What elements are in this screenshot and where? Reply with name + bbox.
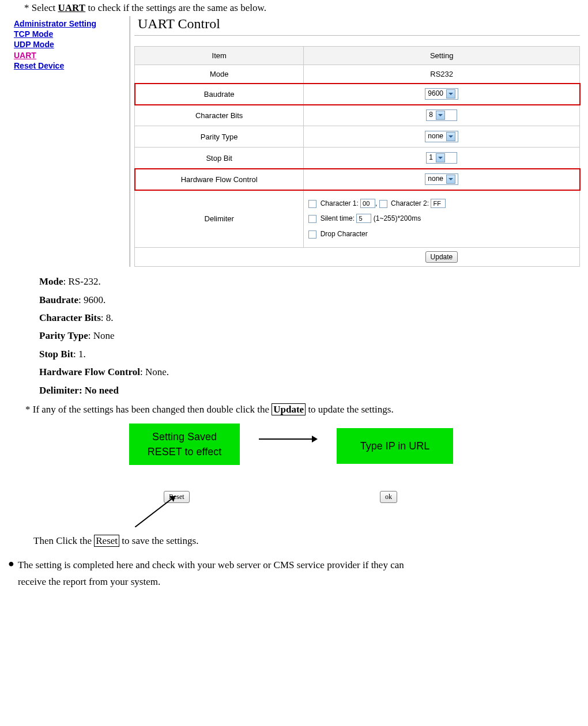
sidebar-item-udp[interactable]: UDP Mode — [14, 39, 129, 50]
config-screenshot: Administrator Setting TCP Mode UDP Mode … — [14, 16, 580, 267]
then-click-reset: Then Click the Reset to save the setting… — [33, 535, 580, 547]
chevron-down-icon — [436, 111, 445, 120]
row-mode-value: RS232 — [304, 65, 580, 84]
row-parity-value: none — [304, 126, 580, 148]
char2-checkbox[interactable] — [379, 200, 387, 208]
th-setting: Setting — [304, 47, 580, 65]
stopbit-select[interactable]: 1 — [426, 152, 457, 164]
arrow-right-icon — [259, 438, 316, 440]
chevron-down-icon — [446, 132, 455, 141]
svg-marker-1 — [169, 496, 175, 502]
row-mode-label: Mode — [135, 65, 304, 84]
baudrate-select[interactable]: 9600 — [425, 88, 458, 100]
drop-checkbox[interactable] — [308, 230, 316, 239]
reset-flow-diagram: Setting SavedRESET to effect Type IP in … — [106, 423, 580, 533]
row-stopbit-label: Stop Bit — [135, 148, 304, 169]
char2-input[interactable]: FF — [431, 199, 446, 208]
chevron-down-icon — [446, 175, 455, 184]
spec-list: Mode: RS-232. Baudrate: 9600. Character … — [39, 273, 580, 399]
char1-checkbox[interactable] — [308, 200, 316, 208]
closing-note: ● The setting is completed here and chec… — [8, 557, 580, 591]
type-ip-box: Type IP in URL — [337, 428, 453, 464]
update-button[interactable]: Update — [425, 251, 458, 263]
instruction-select-uart: * Select UART to check if the settings a… — [24, 2, 580, 14]
sidebar-item-uart[interactable]: UART — [14, 50, 129, 60]
sidebar-item-tcp[interactable]: TCP Mode — [14, 29, 129, 39]
th-item: Item — [135, 47, 304, 65]
row-charbits-value: 8 — [304, 105, 580, 126]
charbits-select[interactable]: 8 — [426, 109, 457, 121]
row-hwflow-label: Hardware Flow Control — [135, 169, 304, 190]
divider — [134, 35, 580, 36]
chevron-down-icon — [446, 89, 455, 99]
row-parity-label: Parity Type — [135, 126, 304, 148]
sidebar-item-reset[interactable]: Reset Device — [14, 60, 129, 71]
ok-button[interactable]: ok — [380, 491, 397, 503]
row-charbits-label: Character Bits — [135, 105, 304, 126]
row-hwflow-value: none — [304, 169, 580, 190]
row-baudrate-label: Baudrate — [135, 84, 304, 105]
reset-boxed: Reset — [94, 535, 119, 547]
row-baudrate-value: 9600 — [304, 84, 580, 105]
silent-checkbox[interactable] — [308, 215, 316, 223]
silent-input[interactable]: 5 — [356, 214, 371, 223]
uart-keyword: UART — [58, 2, 86, 13]
setting-saved-box: Setting SavedRESET to effect — [129, 423, 240, 465]
update-boxed: Update — [272, 403, 306, 415]
svg-line-0 — [135, 496, 175, 527]
hwflow-select[interactable]: none — [425, 173, 458, 185]
uart-settings-table: Item Setting Mode RS232 Baudrate 9600 Ch… — [134, 46, 580, 267]
row-delimiter-value: Character 1: 00, Character 2: FF Silent … — [304, 190, 580, 248]
row-stopbit-value: 1 — [304, 148, 580, 169]
pane-title: UART Control — [138, 16, 580, 32]
parity-select[interactable]: none — [425, 131, 458, 142]
uart-control-pane: UART Control Item Setting Mode RS232 Bau… — [134, 16, 580, 267]
sidebar-nav: Administrator Setting TCP Mode UDP Mode … — [14, 16, 129, 267]
chevron-down-icon — [436, 153, 445, 162]
sidebar-item-admin[interactable]: Administrator Setting — [14, 18, 129, 29]
vertical-divider — [129, 16, 131, 267]
arrow-to-reset-icon — [135, 493, 187, 527]
row-delimiter-label: Delimiter — [135, 190, 304, 248]
bullet-icon: ● — [8, 557, 14, 591]
char1-input[interactable]: 00 — [360, 199, 375, 208]
update-instruction: * If any of the settings has been change… — [25, 404, 580, 415]
